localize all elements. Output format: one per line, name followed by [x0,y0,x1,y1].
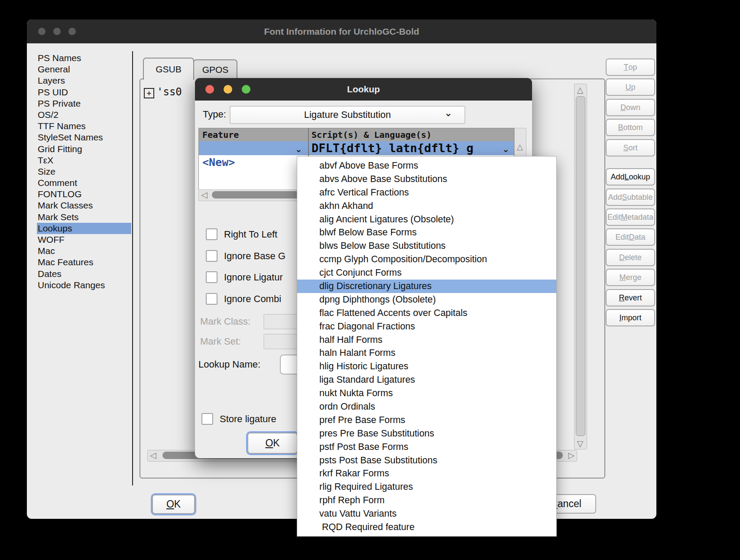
revert-button[interactable]: Revert [606,289,655,306]
delete-button[interactable]: Delete [606,249,655,266]
table-row-selected[interactable]: ⌄ DFLT{dflt} latn{dflt} g ⌄ [199,141,514,155]
lookup-type-value: Ligature Substitution [304,109,391,120]
tab-gpos[interactable]: GPOS [193,59,237,79]
ignore-ligatures-checkbox[interactable] [206,271,217,283]
sidebar-item-comment[interactable]: Comment [37,177,131,189]
ignore-base-label: Ignore Base G [224,251,286,262]
scroll-left-icon[interactable]: ◁ [201,190,208,200]
window-titlebar[interactable]: Font Information for UrchloGC-Bold [27,20,656,43]
chevron-down-icon[interactable]: ⌄ [502,144,510,154]
menu-item-dlig[interactable]: dlig Discretionary Ligatures [297,280,556,293]
menu-item-abvs[interactable]: abvs Above Base Substitutions [297,173,556,186]
menu-item-abvf[interactable]: abvf Above Base Forms [297,159,556,173]
pane-vscroll-thumb[interactable] [576,96,585,436]
scroll-right-icon[interactable]: ▷ [568,450,574,460]
sidebar-item-os-2[interactable]: OS/2 [37,109,131,120]
sidebar-item-woff[interactable]: WOFF [37,234,131,245]
close-icon[interactable] [205,85,214,94]
menu-item-pstf[interactable]: pstf Post Base Forms [297,440,556,454]
scroll-up-icon[interactable]: △ [515,142,525,151]
sidebar-item-layers[interactable]: Layers [37,75,131,86]
menu-item-nukt[interactable]: nukt Nukta Forms [297,387,556,400]
lookup-tree-item[interactable]: 'ss0 [157,86,182,98]
sidebar-item-mark-classes[interactable]: Mark Classes [37,200,131,211]
store-ligature-checkbox[interactable] [201,413,213,425]
zoom-icon[interactable] [242,85,250,94]
chevron-down-icon[interactable]: ⌄ [295,144,302,154]
scroll-left-icon[interactable]: ◁ [150,450,156,460]
sidebar-item-mac-features[interactable]: Mac Features [37,257,131,268]
zoom-icon[interactable] [68,28,76,35]
menu-item-half[interactable]: half Half Forms [297,333,556,347]
menu-item-vatu[interactable]: vatu Vattu Variants [297,507,556,521]
sidebar-item-ttf-names[interactable]: TTF Names [37,120,131,132]
menu-item-rlig[interactable]: rlig Required Ligatures [297,480,556,494]
sidebar-item-size[interactable]: Size [37,166,131,177]
menu-item-hlig[interactable]: hlig Historic Ligatures [297,360,556,373]
sidebar-item-ps-names[interactable]: PS Names [37,52,131,64]
sidebar-item-t-x[interactable]: TεX [37,155,131,166]
sort-button[interactable]: Sort [606,139,655,156]
scroll-down-icon[interactable]: ▽ [574,439,586,448]
sidebar-item-general[interactable]: General [37,64,131,75]
menu-item-rkrf[interactable]: rkrf Rakar Forms [297,467,556,480]
menu-item-pres[interactable]: pres Pre Base Substitutions [297,427,556,440]
bottom-button[interactable]: Bottom [606,119,655,136]
import-button[interactable]: Import [606,309,655,326]
menu-item-flac[interactable]: flac Flattened Accents over Capitals [297,306,556,320]
scripts-cell-value[interactable]: DFLT{dflt} latn{dflt} g [312,141,474,155]
table-hscroll-thumb[interactable] [212,191,301,199]
sidebar-item-fontlog[interactable]: FONTLOG [37,189,131,200]
sidebar-item-unicode-ranges[interactable]: Unicode Ranges [37,280,131,291]
sidebar-item-ps-uid[interactable]: PS UID [37,87,131,98]
top-button[interactable]: Top [606,59,655,76]
menu-item-ordn[interactable]: ordn Ordinals [297,400,556,413]
lookup-dialog-titlebar[interactable]: Lookup [195,78,532,101]
pane-vertical-scrollbar[interactable]: △ ▽ [574,84,587,449]
down-button[interactable]: Down [606,99,655,116]
menu-item-akhn[interactable]: akhn Akhand [297,199,556,213]
menu-item-cjct[interactable]: cjct Conjunct Forms [297,266,556,280]
menu-item-psts[interactable]: psts Post Base Substitutions [297,454,556,467]
sidebar-item-styleset-names[interactable]: StyleSet Names [37,132,131,143]
tab-gsub[interactable]: GSUB [143,58,194,80]
sidebar-item-mac[interactable]: Mac [37,245,131,257]
ignore-base-checkbox[interactable] [206,250,217,262]
sidebar-item-dates[interactable]: Dates [37,268,131,280]
edit-data-button[interactable]: Edit Data [606,228,655,246]
add-lookup-button[interactable]: Add Lookup [606,168,655,186]
right-to-left-checkbox[interactable] [206,228,217,240]
menu-item-pref[interactable]: pref Pre Base Forms [297,413,556,427]
menu-item-frac[interactable]: frac Diagonal Fractions [297,320,556,333]
menu-item-rphf[interactable]: rphf Reph Form [297,494,556,507]
close-icon[interactable] [38,28,45,35]
menu-item-blws[interactable]: blws Below Base Substitutions [297,239,556,253]
sidebar-item-mark-sets[interactable]: Mark Sets [37,212,131,223]
sidebar: PS NamesGeneralLayersPS UIDPS PrivateOS/… [37,52,131,291]
minimize-icon[interactable] [53,28,61,35]
menu-item-dpng[interactable]: dpng Diphthongs (Obsolete) [297,293,556,306]
ignore-combining-checkbox[interactable] [206,293,217,305]
menu-item-alig[interactable]: alig Ancient Ligatures (Obsolete) [297,213,556,226]
tree-expand-icon[interactable]: + [144,88,154,98]
menu-item-rqd[interactable]: RQD Required feature [297,521,556,534]
up-button[interactable]: Up [606,78,655,96]
new-entry-label[interactable]: <New> [202,156,235,169]
menu-item-blwf[interactable]: blwf Below Base Forms [297,226,556,239]
ok-button[interactable]: OK [152,495,195,514]
merge-button[interactable]: Merge [606,269,655,286]
menu-item-ccmp[interactable]: ccmp Glyph Composition/Decomposition [297,253,556,266]
scroll-up-icon[interactable]: △ [574,85,586,94]
menu-item-afrc[interactable]: afrc Vertical Fractions [297,186,556,199]
dialog-ok-button[interactable]: OK [247,433,298,454]
sidebar-item-ps-private[interactable]: PS Private [37,98,131,109]
dialog-ok-label: K [273,437,279,449]
edit-metadata-button[interactable]: Edit Metadata [606,208,655,226]
menu-item-haln[interactable]: haln Halant Forms [297,346,556,360]
sidebar-item-grid-fitting[interactable]: Grid Fitting [37,143,131,155]
lookup-type-select[interactable]: Ligature Substitution ⌄ [230,106,465,124]
sidebar-item-lookups[interactable]: Lookups [37,223,131,234]
minimize-icon[interactable] [224,85,232,94]
add-subtable-button[interactable]: Add Subtable [606,189,655,206]
menu-item-liga[interactable]: liga Standard Ligatures [297,373,556,387]
